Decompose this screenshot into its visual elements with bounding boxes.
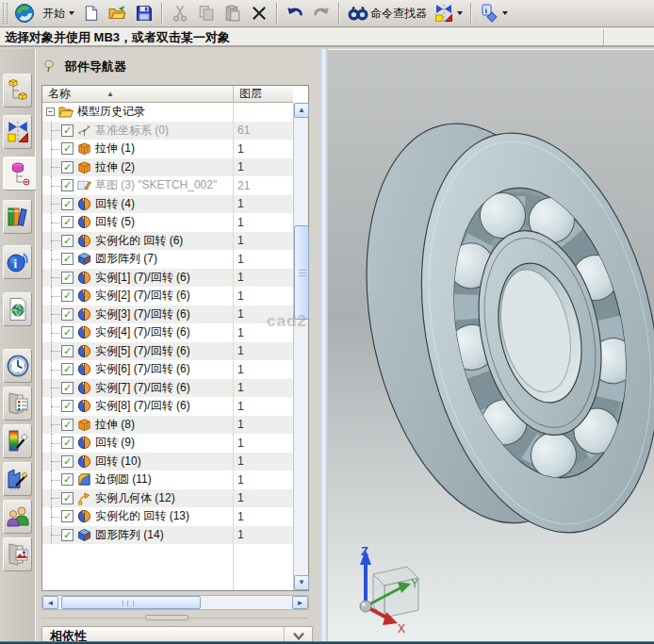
column-header-layer[interactable]: 图层 xyxy=(233,86,293,102)
sidebar-tab-process-studio[interactable] xyxy=(3,424,32,458)
feature-label[interactable]: 基准坐标系 (0) xyxy=(95,123,169,139)
delete-button[interactable] xyxy=(247,2,271,25)
tree-row[interactable]: ✓圆形阵列 (7)1 xyxy=(42,250,293,269)
feature-checkbox[interactable]: ✓ xyxy=(61,510,74,522)
chevron-down-icon[interactable] xyxy=(69,11,74,15)
panel-splitter[interactable] xyxy=(41,615,309,620)
scroll-up-button[interactable]: ▲ xyxy=(294,103,309,118)
feature-checkbox[interactable]: ✓ xyxy=(61,400,74,412)
feature-checkbox[interactable]: ✓ xyxy=(61,363,74,375)
panel-viewport-splitter[interactable] xyxy=(320,49,328,644)
sidebar-tab-manufacturing-wizard[interactable] xyxy=(3,462,32,496)
feature-label[interactable]: 回转 (9) xyxy=(95,435,135,451)
pin-icon[interactable] xyxy=(43,59,56,75)
tree-row[interactable]: ✓拉伸 (8)1 xyxy=(42,416,293,435)
feature-label[interactable]: 回转 (5) xyxy=(95,214,135,230)
sidebar-tab-roles[interactable] xyxy=(3,500,32,534)
feature-label[interactable]: 圆形阵列 (7) xyxy=(95,251,157,267)
feature-label[interactable]: 实例[5] (7)/回转 (6) xyxy=(95,343,190,359)
feature-checkbox[interactable]: ✓ xyxy=(61,253,74,265)
tree-row[interactable]: ✓拉伸 (2)1 xyxy=(42,158,293,177)
feature-label[interactable]: 拉伸 (1) xyxy=(95,140,135,157)
feature-label[interactable]: 草图 (3) "SKETCH_002" xyxy=(95,177,217,193)
feature-checkbox[interactable]: ✓ xyxy=(61,326,74,339)
tree-row[interactable]: ✓实例化的 回转 (6)1 xyxy=(42,232,293,251)
feature-checkbox[interactable]: ✓ xyxy=(61,161,74,173)
feature-checkbox[interactable]: ✓ xyxy=(61,142,74,155)
tree-row[interactable]: ✓回转 (5)1 xyxy=(42,213,293,232)
tree-row[interactable]: ✓基准坐标系 (0)61 xyxy=(42,122,293,140)
sidebar-tab-hd3d-tool[interactable]: i xyxy=(3,245,32,279)
redo-button[interactable] xyxy=(309,2,334,25)
tree-row[interactable]: ✓回转 (10)1 xyxy=(42,453,293,471)
sidebar-tab-assembly-navigator[interactable] xyxy=(3,74,32,107)
sidebar-tab-constraint-navigator[interactable] xyxy=(3,115,32,149)
tree-row[interactable]: ✓边倒圆 (11)1 xyxy=(42,471,293,489)
feature-label[interactable]: 实例[1] (7)/回转 (6) xyxy=(95,270,190,286)
feature-checkbox[interactable]: ✓ xyxy=(61,124,74,137)
chevron-down-icon[interactable] xyxy=(502,11,508,15)
tree-row[interactable]: ✓实例[4] (7)/回转 (6)1 xyxy=(42,323,293,342)
paste-button[interactable] xyxy=(221,2,245,25)
sidebar-tab-history-palette[interactable] xyxy=(3,349,32,383)
feature-label[interactable]: 实例[2] (7)/回转 (6) xyxy=(95,288,190,304)
feature-label[interactable]: 拉伸 (2) xyxy=(95,159,135,175)
tree-row[interactable]: ✓实例[2] (7)/回转 (6)1 xyxy=(42,287,293,305)
scroll-left-button[interactable]: ◄ xyxy=(42,596,58,609)
tree-row[interactable]: −模型历史记录 xyxy=(42,103,293,122)
horizontal-scrollbar[interactable]: ◄ ► xyxy=(41,595,309,610)
feature-checkbox[interactable]: ✓ xyxy=(61,455,74,468)
column-header-name[interactable]: 名称 ▲ xyxy=(42,86,233,102)
tree-row[interactable]: ✓实例[3] (7)/回转 (6)1 xyxy=(42,305,293,324)
feature-checkbox[interactable]: ✓ xyxy=(61,235,74,247)
tree-row[interactable]: ✓草图 (3) "SKETCH_002"21 xyxy=(42,176,293,195)
tree-row[interactable]: ✓实例化的 回转 (13)1 xyxy=(42,507,293,526)
feature-checkbox[interactable]: ✓ xyxy=(61,437,74,449)
vertical-scroll-thumb[interactable] xyxy=(294,225,309,320)
tree-row[interactable]: ✓拉伸 (1)1 xyxy=(42,140,293,158)
feature-checkbox[interactable]: ✓ xyxy=(61,289,74,302)
feature-checkbox[interactable]: ✓ xyxy=(61,529,74,541)
command-finder-button[interactable]: 命令查找器 xyxy=(345,2,430,25)
feature-label[interactable]: 实例几何体 (12) xyxy=(95,490,175,506)
feature-label[interactable]: 拉伸 (8) xyxy=(95,417,135,433)
tree-row[interactable]: ✓实例[8] (7)/回转 (6)1 xyxy=(42,397,293,416)
tree-row[interactable]: ✓实例几何体 (12)1 xyxy=(42,489,293,508)
feature-label[interactable]: 回转 (4) xyxy=(95,196,135,212)
tree-row[interactable]: ✓实例[5] (7)/回转 (6)1 xyxy=(42,342,293,361)
feature-checkbox[interactable]: ✓ xyxy=(61,492,74,504)
save-button[interactable] xyxy=(132,2,156,25)
info-button[interactable]: i xyxy=(477,2,511,25)
undo-button[interactable] xyxy=(283,2,307,25)
chevron-down-icon[interactable] xyxy=(457,11,463,15)
tree-row[interactable]: ✓实例[6] (7)/回转 (6)1 xyxy=(42,360,293,379)
graphics-viewport[interactable]: Z Y X xyxy=(328,49,654,644)
copy-button[interactable] xyxy=(194,2,219,25)
feature-checkbox[interactable]: ✓ xyxy=(61,382,74,394)
horizontal-scroll-thumb[interactable] xyxy=(61,596,201,609)
feature-label[interactable]: 边倒圆 (11) xyxy=(95,471,152,487)
feature-checkbox[interactable]: ✓ xyxy=(61,308,74,321)
column-separator[interactable] xyxy=(233,103,234,590)
feature-label[interactable]: 圆形阵列 (14) xyxy=(95,527,164,543)
sidebar-tab-part-navigator[interactable] xyxy=(3,157,37,190)
feature-label[interactable]: 实例[3] (7)/回转 (6) xyxy=(95,306,190,322)
feature-label[interactable]: 实例[7] (7)/回转 (6) xyxy=(95,380,190,396)
expand-collapse-toggle[interactable]: − xyxy=(46,107,55,116)
feature-label[interactable]: 模型历史记录 xyxy=(77,104,145,120)
feature-label[interactable]: 回转 (10) xyxy=(95,454,141,470)
feature-checkbox[interactable]: ✓ xyxy=(61,345,74,357)
cut-button[interactable] xyxy=(168,2,192,25)
display-mode-button[interactable] xyxy=(432,2,466,25)
sidebar-tab-web-browser[interactable] xyxy=(3,292,32,326)
sidebar-tab-system-materials[interactable] xyxy=(3,387,32,421)
feature-checkbox[interactable]: ✓ xyxy=(61,198,74,210)
tree-row[interactable]: ✓圆形阵列 (14)1 xyxy=(42,526,293,545)
start-button[interactable]: 开始 xyxy=(40,2,77,25)
tree-row[interactable]: ✓实例[1] (7)/回转 (6)1 xyxy=(42,269,293,288)
feature-checkbox[interactable]: ✓ xyxy=(61,216,74,228)
tree-row[interactable]: ✓回转 (4)1 xyxy=(42,195,293,214)
vertical-scrollbar[interactable]: ▲ ▼ xyxy=(293,103,308,590)
toolbar-grip[interactable] xyxy=(3,3,8,24)
feature-label[interactable]: 实例[4] (7)/回转 (6) xyxy=(95,324,190,340)
